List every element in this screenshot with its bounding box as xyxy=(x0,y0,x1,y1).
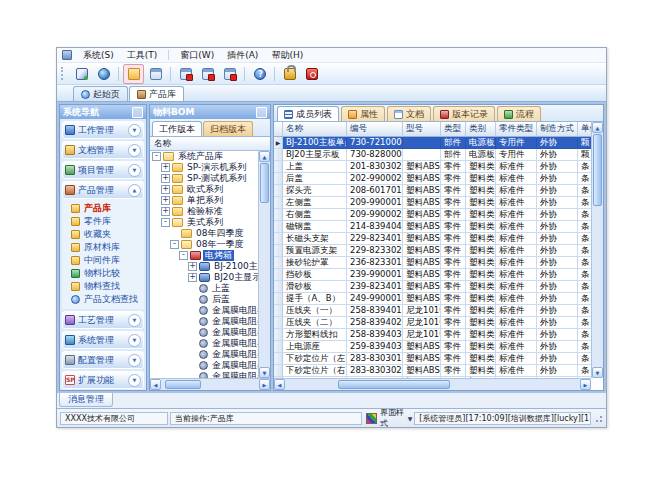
menu-item-help[interactable]: 帮助(H) xyxy=(269,49,305,62)
sidebar-section-extend[interactable]: SP扩展功能▼ xyxy=(62,371,144,389)
tree-vertical-scrollbar[interactable]: ▲ ▼ xyxy=(258,151,270,378)
window-close-c-button[interactable] xyxy=(219,64,240,84)
column-header[interactable]: 制造方式 xyxy=(537,122,578,137)
bom-tab-working[interactable]: 工作版本 xyxy=(152,121,202,136)
scrollbar-thumb[interactable] xyxy=(165,380,201,389)
help-button[interactable] xyxy=(249,64,270,84)
tree-horizontal-scrollbar[interactable]: ◀ ▶ xyxy=(150,378,270,390)
table-row[interactable]: 压线夹（一）258-839401-00X尼龙1010零件塑料类标准件外协条 xyxy=(274,305,591,317)
monitor-button[interactable] xyxy=(71,64,92,84)
sidebar-item-product-doc-search[interactable]: 产品文档查找 xyxy=(62,293,144,306)
table-row[interactable]: 上盖201-830302-00X塑料ABS零件塑料类标准件外协条 xyxy=(274,161,591,173)
table-row[interactable]: 右侧盖209-990002-01X塑料ABS零件塑料类标准件外协条 xyxy=(274,209,591,221)
table-row[interactable]: BJ20主显示板730-828000-04X部件电源板专用件外协颗 xyxy=(274,149,591,161)
tree-item[interactable]: +欧式系列 xyxy=(150,184,258,195)
sidebar-section-config[interactable]: 配置管理▼ xyxy=(62,351,144,369)
column-header[interactable]: 编号 xyxy=(347,122,403,137)
resize-grip[interactable] xyxy=(593,413,603,423)
grid-horizontal-scrollbar[interactable]: ◀ ▶ xyxy=(274,378,591,390)
tree-item[interactable]: -电烤箱 xyxy=(150,250,258,261)
scroll-up-icon[interactable]: ▲ xyxy=(592,122,603,133)
exit-button[interactable] xyxy=(301,64,322,84)
chevron-down-icon[interactable]: ▼ xyxy=(128,164,141,177)
collapse-icon[interactable]: - xyxy=(161,218,170,227)
sidebar-section-product[interactable]: 产品管理▲ xyxy=(62,181,144,199)
sidebar-item-material-compare[interactable]: 物料比较 xyxy=(62,267,144,280)
sidebar-section-system[interactable]: 系统管理▼ xyxy=(62,331,144,349)
tab-workflow[interactable]: 流程 xyxy=(497,106,541,121)
table-row[interactable]: 上电源座259-839403-00X塑料ABS零件塑料类标准件外协条 xyxy=(274,341,591,353)
toolbar-grip[interactable] xyxy=(61,67,66,80)
tab-documents[interactable]: 文档 xyxy=(387,106,431,121)
table-row[interactable]: 接砂轮护罩236-823301-00X塑料ABS零件塑料类标准件外协条 xyxy=(274,257,591,269)
tree-item[interactable]: 后盖 xyxy=(150,294,258,305)
table-row[interactable]: 压线夹（二）258-839402-00X尼龙1010零件塑料类标准件外协条 xyxy=(274,317,591,329)
menu-item-plugins[interactable]: 插件(A) xyxy=(225,49,260,62)
scroll-right-icon[interactable]: ▶ xyxy=(259,379,270,390)
sidebar-item-favorites[interactable]: 收藏夹 xyxy=(62,228,144,241)
menu-item-window[interactable]: 窗口(W) xyxy=(178,49,216,62)
scrollbar-thumb[interactable] xyxy=(338,380,450,389)
tab-member-list[interactable]: 成员列表 xyxy=(277,106,339,121)
tab-product-lib[interactable]: 产品库 xyxy=(129,86,184,101)
window-close-b-button[interactable] xyxy=(197,64,218,84)
column-header[interactable]: 名称 xyxy=(283,122,347,137)
chevron-down-icon[interactable]: ▼ xyxy=(128,124,141,137)
chevron-down-icon[interactable]: ▼ xyxy=(128,314,141,327)
table-row[interactable]: 滑砂板239-823401-00X塑料ABS零件塑料类标准件外协条 xyxy=(274,281,591,293)
scroll-left-icon[interactable]: ◀ xyxy=(150,379,161,390)
expand-icon[interactable]: + xyxy=(161,207,170,216)
chevron-down-icon[interactable]: ▼ xyxy=(128,334,141,347)
table-row[interactable]: 长磁头支架229-823401-00X塑料ABS零件塑料类标准件外协条 xyxy=(274,233,591,245)
tree-item[interactable]: -08年一季度 xyxy=(150,239,258,250)
scroll-right-icon[interactable]: ▶ xyxy=(580,379,591,390)
collapse-icon[interactable]: - xyxy=(179,251,188,260)
menu-item-tools[interactable]: 工具(T) xyxy=(125,49,160,62)
table-row[interactable]: 下砂定位片（右）283-830302-00X塑料ABS零件塑料类标准件外协条 xyxy=(274,365,591,377)
tree-column-header[interactable]: 名称 xyxy=(150,137,270,151)
sidebar-item-intermediate-lib[interactable]: 中间件库 xyxy=(62,254,144,267)
tab-version-history[interactable]: 版本记录 xyxy=(433,106,495,121)
tree-item[interactable]: 金属膜电阻器 xyxy=(150,338,258,349)
tree-item[interactable]: +SP-测试机系列 xyxy=(150,173,258,184)
table-row[interactable]: 提手（A、B）249-990001-01X塑料ABS零件塑料类标准件外协条 xyxy=(274,293,591,305)
tree-item[interactable]: +BJ-2100主板单点 xyxy=(150,261,258,272)
window-close-a-button[interactable] xyxy=(175,64,196,84)
tab-properties[interactable]: 属性 xyxy=(341,106,385,121)
table-row[interactable]: 探头壳208-601701-01X塑料ABS零件塑料类标准件外协条 xyxy=(274,185,591,197)
folder-open-button[interactable] xyxy=(123,64,144,84)
menu-item-system[interactable]: 系统(S) xyxy=(81,49,116,62)
tab-start-page[interactable]: 起始页 xyxy=(73,86,128,101)
tree-item[interactable]: 金属膜电阻器 xyxy=(150,305,258,316)
sidebar-section-work[interactable]: 工作管理▼ xyxy=(62,121,144,139)
scrollbar-thumb[interactable] xyxy=(593,134,602,206)
pin-icon[interactable] xyxy=(256,107,267,118)
table-row[interactable]: 方形塑料线扣258-839403-00X尼龙1010零件塑料类标准件外协条 xyxy=(274,329,591,341)
tree-item[interactable]: 08年四季度 xyxy=(150,228,258,239)
grid-vertical-scrollbar[interactable]: ▲ ▼ xyxy=(591,122,603,378)
scroll-up-icon[interactable]: ▲ xyxy=(259,151,270,162)
column-header[interactable]: 类型 xyxy=(441,122,466,137)
column-header[interactable]: 零件类型 xyxy=(496,122,537,137)
lock-button[interactable] xyxy=(279,64,300,84)
table-row[interactable]: ▶BJ-2100主板单点730-721000-12X部件电源板专用件外协颗 xyxy=(274,137,591,149)
sidebar-section-craft[interactable]: 工艺管理▼ xyxy=(62,311,144,329)
scroll-left-icon[interactable]: ◀ xyxy=(274,379,285,390)
ui-style-dropdown[interactable]: 界面样式 ▼ xyxy=(366,407,412,429)
tree-item[interactable]: -系统产品库 xyxy=(150,151,258,162)
table-row[interactable]: 左侧盖209-990001-01X塑料ABS零件塑料类标准件外协条 xyxy=(274,197,591,209)
sidebar-item-parts-lib[interactable]: 零件库 xyxy=(62,215,144,228)
chevron-down-icon[interactable]: ▼ xyxy=(128,354,141,367)
column-header[interactable]: 型号 xyxy=(403,122,441,137)
tree-item[interactable]: 金属膜电阻器 xyxy=(150,371,258,378)
tree-item[interactable]: 金属膜电阻器 xyxy=(150,360,258,371)
expand-icon[interactable]: + xyxy=(161,196,170,205)
tree-item[interactable]: 金属膜电阻器 xyxy=(150,349,258,360)
sidebar-item-material-search[interactable]: 物料查找 xyxy=(62,280,144,293)
collapse-icon[interactable]: - xyxy=(170,240,179,249)
scrollbar-thumb[interactable] xyxy=(260,163,269,203)
table-row[interactable]: 后盖202-990002-01X塑料ABS零件塑料类标准件外协条 xyxy=(274,173,591,185)
expand-icon[interactable]: + xyxy=(161,174,170,183)
chevron-down-icon[interactable]: ▼ xyxy=(128,144,141,157)
column-header[interactable]: 类别 xyxy=(466,122,496,137)
